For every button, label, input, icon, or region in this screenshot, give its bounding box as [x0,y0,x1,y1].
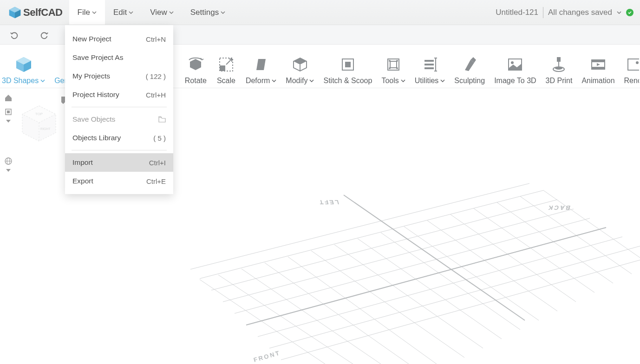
utilities-icon [420,54,440,75]
svg-rect-62 [7,110,10,113]
svg-point-43 [389,60,391,62]
dd-save-objects: Save Objects [65,110,173,129]
menu-settings-label: Settings [190,8,219,17]
svg-point-44 [396,60,398,62]
dd-objects-library[interactable]: Objects Library ( 5 ) [65,129,173,147]
svg-line-18 [334,245,483,348]
svg-rect-47 [424,60,434,62]
chevron-down-icon[interactable] [6,120,11,123]
svg-point-45 [389,67,391,69]
tool-tools[interactable]: Tools [379,54,407,85]
tool-stitch-scoop[interactable]: Stitch & Scoop [321,54,374,85]
tool-label: Utilities [415,77,439,85]
menubar-items: File Edit View Settings [69,0,234,25]
svg-line-1 [211,200,557,290]
svg-line-13 [451,214,576,302]
dd-project-history[interactable]: Project History Ctrl+H [65,85,173,104]
tool-label: Renc [624,77,639,85]
menu-view[interactable]: View [142,0,182,25]
app-logo[interactable]: SelfCAD [8,6,63,19]
left-widgets [3,94,14,172]
dd-import[interactable]: Import Ctrl+I [65,153,173,172]
svg-line-6 [269,246,640,348]
rotate-icon [185,54,206,75]
svg-rect-40 [345,62,351,67]
dd-my-projects[interactable]: My Projects ( 122 ) [65,67,173,85]
tool-generators[interactable]: Gen [52,54,66,85]
tool-label: Gen [54,77,66,85]
chevron-down-icon [129,11,133,14]
globe-icon[interactable] [4,157,13,165]
dd-export[interactable]: Export Ctrl+E [65,172,173,190]
chevron-down-icon[interactable] [6,169,11,172]
svg-line-16 [381,233,520,330]
svg-rect-42 [390,61,397,68]
dd-separator [72,150,167,150]
svg-line-11 [497,202,613,283]
project-status: Untitled-121 All changes saved [496,7,633,18]
tool-3d-print[interactable]: 3D Print [544,54,575,85]
tool-label: 3D Shapes [2,77,39,85]
top-menubar: SelfCAD File Edit View Settings Untitled… [0,0,640,25]
svg-marker-37 [294,58,307,65]
chevron-down-icon [272,79,276,82]
tool-sculpting[interactable]: Sculpting [452,54,487,85]
deform-icon [251,54,271,75]
chevron-down-icon [401,79,405,82]
tool-label: Sculpting [454,77,485,85]
print3d-icon [549,54,569,75]
dd-label: Objects Library [72,134,121,142]
dd-shortcut: Ctrl+I [149,159,166,167]
tool-3d-shapes[interactable]: 3D Shapes [0,54,47,85]
svg-line-9 [543,190,640,258]
orientation-cube[interactable]: TOP RIGHT [17,102,61,147]
tool-deform[interactable]: Deform [244,54,278,85]
undo-button[interactable] [9,30,20,40]
dd-label: New Project [72,35,111,43]
chevron-down-icon [309,79,314,82]
tool-label: Deform [246,77,270,85]
dd-shortcut: Ctrl+E [146,177,166,185]
image3d-icon [505,54,525,75]
svg-line-20 [288,257,437,364]
tool-image-to-3d[interactable]: Image To 3D [492,54,538,85]
svg-marker-33 [190,59,201,70]
menu-edit[interactable]: Edit [105,0,142,25]
svg-rect-58 [592,67,605,69]
menu-view-label: View [150,8,167,17]
tool-rotate[interactable]: Rotate [183,54,209,85]
dd-shortcut: Ctrl+H [146,91,166,99]
save-status-text: All changes saved [548,8,612,17]
tool-label: 3D Print [546,77,573,85]
dd-shortcut: Ctrl+N [146,35,166,43]
tool-label: Scale [217,77,235,85]
tool-label: Image To 3D [494,77,536,85]
home-icon[interactable] [4,94,13,102]
svg-line-21 [265,263,409,364]
tool-animation[interactable]: Animation [580,54,616,85]
dd-separator [72,107,167,107]
generators-icon [54,54,66,75]
svg-rect-49 [424,67,434,69]
svg-text:RIGHT: RIGHT [40,127,51,130]
tool-label: Modify [286,77,307,85]
redo-button[interactable] [39,30,49,40]
dd-new-project[interactable]: New Project Ctrl+N [65,30,173,48]
logo-text: SelfCAD [23,6,63,19]
tool-render[interactable]: Renc [622,54,639,85]
menu-settings[interactable]: Settings [182,0,234,25]
dd-shortcut: ( 122 ) [146,72,166,80]
menu-file[interactable]: File [69,0,105,25]
file-dropdown: New Project Ctrl+N Save Project As My Pr… [65,25,173,194]
chevron-down-icon[interactable] [617,11,621,14]
axis-label-left: LEFT [317,199,340,206]
tool-modify[interactable]: Modify [284,54,316,85]
folder-icon [158,116,166,123]
tools-icon [383,54,404,75]
dd-shortcut: ( 5 ) [153,134,166,142]
cube-icon [13,54,34,75]
tool-scale[interactable]: Scale [214,54,238,85]
tool-utilities[interactable]: Utilities [413,54,447,85]
cube-widget-icon[interactable] [4,108,13,116]
dd-save-project-as[interactable]: Save Project As [65,48,173,67]
